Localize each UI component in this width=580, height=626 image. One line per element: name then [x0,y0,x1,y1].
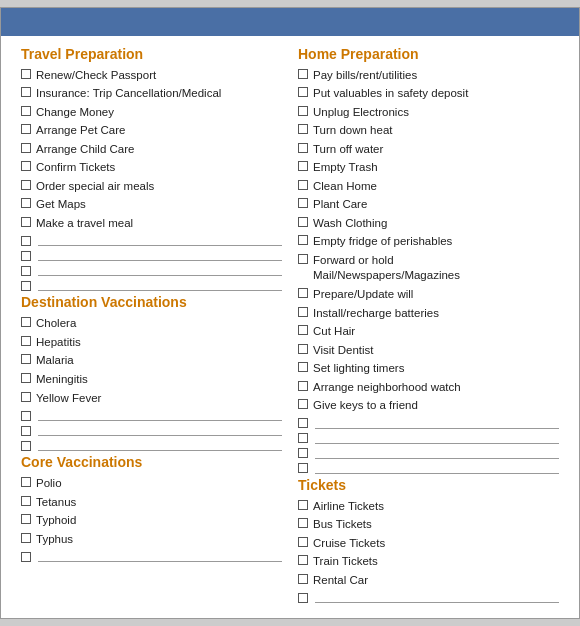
checkbox[interactable] [21,373,31,383]
checkbox[interactable] [298,463,308,473]
list-item: Polio [21,476,282,492]
checkbox[interactable] [298,381,308,391]
checkbox[interactable] [298,418,308,428]
checkbox[interactable] [298,161,308,171]
list-item: Make a travel meal [21,216,282,232]
checkbox[interactable] [298,518,308,528]
checkbox[interactable] [21,317,31,327]
item-text: Arrange Child Care [36,142,134,158]
checkbox[interactable] [21,217,31,227]
section-title: Tickets [298,477,559,493]
item-text: Train Tickets [313,554,378,570]
checkbox[interactable] [21,496,31,506]
list-item: Arrange neighborhood watch [298,380,559,396]
list-item: Cruise Tickets [298,536,559,552]
checkbox[interactable] [21,411,31,421]
checkbox[interactable] [298,399,308,409]
checkbox[interactable] [298,448,308,458]
checkbox[interactable] [21,533,31,543]
item-text: Typhoid [36,513,76,529]
list-item: Visit Dentist [298,343,559,359]
checkbox[interactable] [298,235,308,245]
checkbox[interactable] [298,593,308,603]
checkbox[interactable] [21,180,31,190]
list-item: Change Money [21,105,282,121]
item-text: Make a travel meal [36,216,133,232]
list-item: Turn off water [298,142,559,158]
checkbox[interactable] [21,426,31,436]
checkbox[interactable] [298,180,308,190]
checkbox[interactable] [21,441,31,451]
checkbox[interactable] [21,392,31,402]
item-text: Confirm Tickets [36,160,115,176]
checkbox[interactable] [298,87,308,97]
list-item: Hepatitis [21,335,282,351]
checkbox[interactable] [298,198,308,208]
item-text: Install/recharge batteries [313,306,439,322]
list-item: Airline Tickets [298,499,559,515]
checkbox[interactable] [21,552,31,562]
checkbox[interactable] [21,143,31,153]
list-item: Wash Clothing [298,216,559,232]
checkbox[interactable] [21,106,31,116]
list-item: Cut Hair [298,324,559,340]
checkbox[interactable] [21,514,31,524]
list-item: Turn down heat [298,123,559,139]
checkbox[interactable] [298,574,308,584]
item-text: Pay bills/rent/utilities [313,68,417,84]
item-text: Cruise Tickets [313,536,385,552]
item-text: Get Maps [36,197,86,213]
checkbox[interactable] [298,307,308,317]
list-item: Prepare/Update will [298,287,559,303]
checkbox[interactable] [21,198,31,208]
blank-fill-line [38,234,282,246]
checkbox[interactable] [21,251,31,261]
blank-fill-line [315,447,559,459]
item-text: Unplug Electronics [313,105,409,121]
item-text: Tetanus [36,495,76,511]
checkbox[interactable] [298,433,308,443]
checkbox[interactable] [298,325,308,335]
checkbox[interactable] [298,555,308,565]
list-item: Arrange Pet Care [21,123,282,139]
blank-line [298,417,559,429]
section-title: Travel Preparation [21,46,282,62]
checkbox[interactable] [21,87,31,97]
checkbox[interactable] [21,266,31,276]
item-text: Clean Home [313,179,377,195]
list-item: Cholera [21,316,282,332]
checkbox[interactable] [298,500,308,510]
checkbox[interactable] [21,336,31,346]
checkbox[interactable] [298,106,308,116]
section-travel-prep: Travel PreparationRenew/Check PassportIn… [21,46,282,292]
checkbox[interactable] [298,217,308,227]
item-text: Plant Care [313,197,367,213]
checkbox[interactable] [21,124,31,134]
checkbox[interactable] [21,477,31,487]
checkbox[interactable] [21,354,31,364]
item-text: Polio [36,476,62,492]
list-item: Confirm Tickets [21,160,282,176]
checkbox[interactable] [298,288,308,298]
list-item: Bus Tickets [298,517,559,533]
checkbox[interactable] [21,161,31,171]
section-title: Destination Vaccinations [21,294,282,310]
checkbox[interactable] [298,344,308,354]
checkbox[interactable] [298,362,308,372]
item-text: Cholera [36,316,76,332]
blank-fill-line [38,249,282,261]
checkbox[interactable] [21,281,31,291]
list-item: Get Maps [21,197,282,213]
checkbox[interactable] [298,124,308,134]
checkbox[interactable] [298,537,308,547]
list-item: Unplug Electronics [298,105,559,121]
section-tickets: TicketsAirline TicketsBus TicketsCruise … [298,477,559,604]
checkbox[interactable] [21,236,31,246]
list-item: Typhoid [21,513,282,529]
left-column: Travel PreparationRenew/Check PassportIn… [13,46,290,606]
checkbox[interactable] [298,254,308,264]
checkbox[interactable] [298,69,308,79]
item-text: Meningitis [36,372,88,388]
checkbox[interactable] [298,143,308,153]
checkbox[interactable] [21,69,31,79]
